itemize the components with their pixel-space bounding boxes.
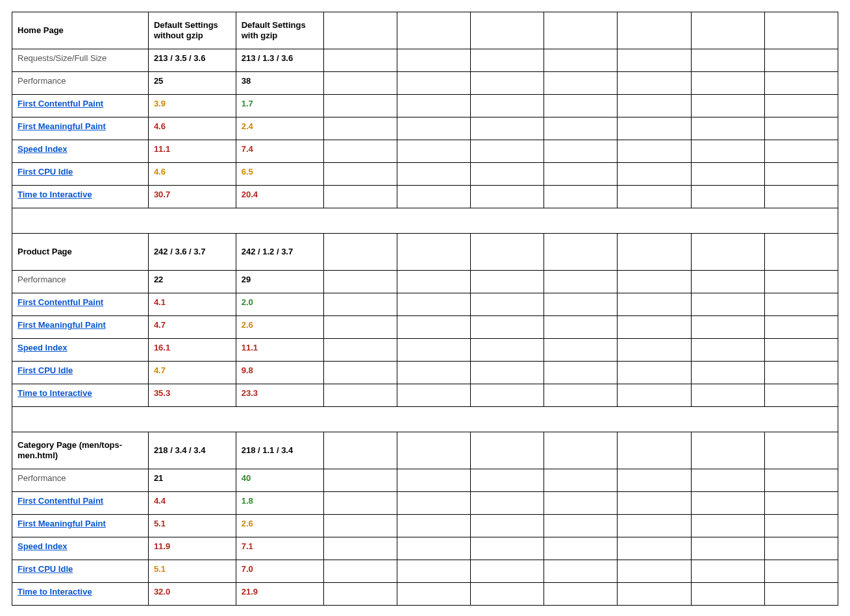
empty-cell (691, 12, 764, 49)
req-size-gzip: 242 / 1.2 / 3.7 (236, 234, 323, 271)
section-spacer (12, 208, 838, 234)
empty-cell (397, 515, 470, 537)
col-header-no-gzip: Default Settings without gzip (148, 12, 236, 49)
empty-cell (618, 492, 691, 515)
cpuIdle-gzip: 9.8 (236, 362, 323, 384)
metric-link-fcp[interactable]: First Contentful Paint (18, 297, 103, 307)
empty-cell (691, 117, 764, 140)
empty-cell (397, 12, 470, 49)
metric-link-fmp[interactable]: First Meaningful Paint (18, 320, 106, 330)
empty-cell (618, 469, 691, 492)
cpuIdle-no-gzip: 4.6 (148, 163, 236, 186)
empty-cell (470, 186, 544, 208)
empty-cell (618, 515, 691, 537)
empty-cell (691, 316, 764, 339)
empty-cell (764, 293, 838, 316)
empty-cell (618, 293, 691, 316)
empty-cell (618, 537, 691, 560)
empty-cell (397, 95, 470, 117)
empty-cell (544, 362, 618, 384)
si-gzip: 7.4 (236, 140, 323, 163)
empty-cell (323, 234, 397, 271)
empty-cell (470, 492, 544, 515)
empty-cell (544, 163, 618, 186)
performance-gzip: 29 (236, 271, 323, 293)
row-label-fmp: First Meaningful Paint (12, 316, 149, 339)
tti-no-gzip: 32.0 (148, 583, 236, 606)
fcp-no-gzip: 4.1 (148, 293, 236, 316)
empty-cell (323, 49, 397, 72)
empty-cell (544, 95, 618, 117)
empty-cell (764, 362, 838, 384)
empty-cell (544, 339, 618, 362)
empty-cell (470, 271, 544, 293)
performance-gzip: 40 (236, 469, 323, 492)
row-label-fcp: First Contentful Paint (12, 293, 149, 316)
empty-cell (691, 95, 764, 117)
empty-cell (470, 362, 544, 384)
empty-cell (544, 384, 618, 407)
fcp-gzip: 1.7 (236, 95, 323, 117)
metric-link-fmp[interactable]: First Meaningful Paint (18, 121, 106, 131)
row-label-fcp: First Contentful Paint (12, 492, 149, 515)
empty-cell (470, 49, 544, 72)
si-no-gzip: 11.1 (148, 140, 236, 163)
empty-cell (544, 316, 618, 339)
empty-cell (691, 384, 764, 407)
empty-cell (323, 515, 397, 537)
cpuIdle-gzip: 7.0 (236, 560, 323, 583)
empty-cell (323, 362, 397, 384)
empty-cell (618, 362, 691, 384)
empty-cell (691, 537, 764, 560)
empty-cell (544, 492, 618, 515)
metric-link-cpuIdle[interactable]: First CPU Idle (18, 365, 73, 375)
metric-link-si[interactable]: Speed Index (18, 343, 68, 352)
empty-cell (397, 234, 470, 271)
empty-cell (470, 560, 544, 583)
empty-cell (544, 515, 618, 537)
cpuIdle-gzip: 6.5 (236, 163, 323, 186)
empty-cell (618, 560, 691, 583)
metric-link-si[interactable]: Speed Index (18, 144, 68, 154)
empty-cell (764, 583, 838, 606)
metric-link-si[interactable]: Speed Index (18, 541, 68, 551)
metric-link-fmp[interactable]: First Meaningful Paint (18, 519, 106, 528)
req-size-gzip: 218 / 1.1 / 3.4 (236, 432, 323, 469)
metric-link-fcp[interactable]: First Contentful Paint (18, 99, 103, 108)
empty-cell (323, 469, 397, 492)
empty-cell (764, 234, 838, 271)
fmp-gzip: 2.4 (236, 117, 323, 140)
row-label-req-size: Requests/Size/Full Size (12, 49, 149, 72)
empty-cell (323, 537, 397, 560)
row-label-si: Speed Index (12, 339, 149, 362)
empty-cell (764, 537, 838, 560)
empty-cell (470, 316, 544, 339)
metric-link-tti[interactable]: Time to Interactive (18, 190, 92, 199)
empty-cell (764, 49, 838, 72)
metric-link-tti[interactable]: Time to Interactive (18, 587, 92, 597)
empty-cell (323, 583, 397, 606)
metric-link-cpuIdle[interactable]: First CPU Idle (18, 564, 73, 574)
section-title: Product Page (12, 234, 149, 271)
empty-cell (618, 339, 691, 362)
metric-link-tti[interactable]: Time to Interactive (18, 388, 92, 398)
performance-no-gzip: 25 (148, 72, 236, 95)
row-label-performance: Performance (12, 72, 149, 95)
metric-link-fcp[interactable]: First Contentful Paint (18, 496, 103, 506)
empty-cell (397, 384, 470, 407)
fcp-gzip: 2.0 (236, 293, 323, 316)
empty-cell (764, 163, 838, 186)
empty-cell (691, 560, 764, 583)
empty-cell (544, 49, 618, 72)
cpuIdle-no-gzip: 5.1 (148, 560, 236, 583)
empty-cell (764, 339, 838, 362)
performance-no-gzip: 21 (148, 469, 236, 492)
empty-cell (618, 234, 691, 271)
empty-cell (544, 432, 618, 469)
si-no-gzip: 11.9 (148, 537, 236, 560)
empty-cell (397, 72, 470, 95)
empty-cell (544, 72, 618, 95)
empty-cell (764, 117, 838, 140)
metric-link-cpuIdle[interactable]: First CPU Idle (18, 167, 73, 177)
tti-gzip: 21.9 (236, 583, 323, 606)
